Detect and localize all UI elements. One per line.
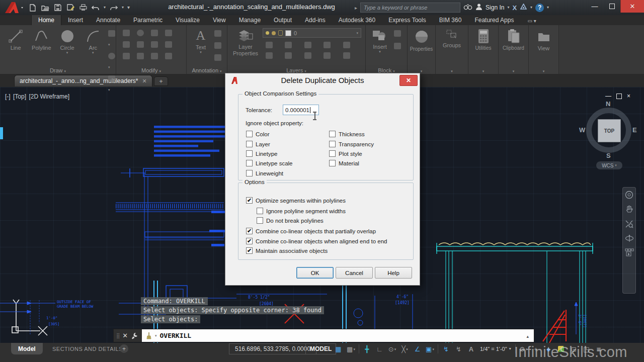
command-line-bar[interactable]: ⣿ ✕ ▾ OVERKILL ▴	[113, 329, 534, 342]
edit-block-tool[interactable]	[394, 30, 401, 37]
new-drawing-tab-button[interactable]: +	[154, 76, 168, 86]
ribbon-display-toggle-icon[interactable]: ▭ ▾	[527, 18, 536, 25]
add-cleanscreen-plus-icon[interactable]: +	[530, 343, 542, 354]
object-snap-tracking-toggle-icon[interactable]: ∠	[411, 343, 424, 354]
define-attributes-tool[interactable]	[394, 43, 401, 49]
checkbox-ignore-polyline-widths[interactable]: Ignore polyline segment widths	[257, 208, 346, 214]
text-tool[interactable]: A Text ▾	[190, 28, 212, 54]
clipboard-icon[interactable]	[507, 29, 520, 44]
ribbon-tab-parametric[interactable]: Parametric	[127, 15, 169, 25]
ribbon-tab-home[interactable]: Home	[31, 15, 61, 25]
dialog-close-button[interactable]: ✕	[399, 75, 418, 86]
ribbon-tab-featuredapps[interactable]: Featured Apps	[468, 15, 520, 25]
open-file-icon[interactable]	[41, 3, 50, 12]
viewcube-east[interactable]: E	[632, 126, 637, 134]
undo-dropdown-icon[interactable]: ▾	[104, 6, 106, 10]
isometric-drafting-toggle-icon[interactable]: ╳▾	[398, 343, 411, 354]
groups-panel-label[interactable]: Groups	[436, 42, 468, 48]
clipboard-panel-expand-icon[interactable]: ▾	[499, 67, 528, 73]
viewcube-north[interactable]: N	[606, 100, 610, 108]
command-bar-grip-icon[interactable]: ⣿	[116, 333, 119, 338]
fillet-tool[interactable]	[151, 41, 158, 48]
autocad-app-logo-icon[interactable]	[2, 1, 24, 15]
window-minimize-button[interactable]: —	[586, 0, 603, 13]
layer-freeze-tool[interactable]	[304, 42, 311, 48]
viewcube-top-face[interactable]: TOP	[598, 119, 621, 142]
ribbon-tab-expresstools[interactable]: Express Tools	[382, 15, 432, 25]
dimension-tool[interactable]	[214, 30, 221, 37]
layer-properties-tool[interactable]: Layer Properties	[232, 29, 259, 56]
checkbox-plot-style[interactable]: Plot style	[329, 150, 362, 157]
groups-panel-expand-icon[interactable]: ▾	[436, 67, 468, 73]
clean-screen-icon[interactable]: ◳	[580, 343, 593, 354]
drawing-tab-close-icon[interactable]: ✕	[142, 78, 146, 84]
insert-block-tool[interactable]: Insert ▾	[369, 29, 391, 54]
checkbox-linetype[interactable]: Linetype	[246, 150, 277, 157]
layout-tab-sections-and-details[interactable]: SECTIONS AND DETAILS	[46, 343, 129, 354]
trusted-autodesk-icon[interactable]	[555, 343, 568, 354]
exchange-apps-icon[interactable]: X	[512, 4, 517, 12]
annotation-autoscale-toggle-icon[interactable]: ↯	[452, 343, 465, 354]
showmotion-icon[interactable]	[625, 248, 634, 256]
command-recent-broom-icon[interactable]	[146, 332, 152, 340]
ribbon-tab-autodesk360[interactable]: Autodesk 360	[332, 15, 382, 25]
customization-gear-icon[interactable]: ⚙▾	[517, 343, 530, 354]
annotation-scale-sync-icon[interactable]: A	[465, 343, 477, 354]
annotation-visibility-toggle-icon[interactable]: ↯	[440, 343, 452, 354]
orbit-icon[interactable]	[625, 234, 634, 242]
layer-unlock-tool[interactable]	[324, 52, 331, 59]
object-snap-toggle-icon[interactable]: ▣▾	[424, 343, 436, 354]
ok-button[interactable]: OK	[296, 267, 334, 279]
polyline-tool[interactable]: Polyline	[31, 29, 52, 51]
leader-tool[interactable]	[214, 42, 221, 49]
viewport-view-menu[interactable]: [Top]	[13, 93, 26, 100]
ribbon-tab-bim360[interactable]: BIM 360	[433, 15, 468, 25]
ribbon-tab-annotate[interactable]: Annotate	[90, 15, 127, 25]
checkbox-lineweight[interactable]: Lineweight	[246, 170, 283, 176]
ribbon-tab-manage[interactable]: Manage	[232, 15, 267, 25]
checkbox-optimize-segments[interactable]: ✔Optimize segments within polylines	[246, 197, 346, 204]
sign-in-dropdown-icon[interactable]: ▾	[507, 6, 509, 10]
rotate-tool[interactable]	[137, 30, 144, 36]
layer-off-tool[interactable]	[266, 42, 273, 48]
line-tool[interactable]: Line	[5, 29, 26, 51]
layer-previous-tool[interactable]	[343, 52, 350, 59]
command-collapse-icon[interactable]: ▴	[526, 334, 529, 339]
dynamic-input-toggle-icon[interactable]: ╋	[361, 343, 373, 354]
explode-tool[interactable]	[165, 41, 172, 48]
checkbox-linetype-scale[interactable]: Linetype scale	[246, 160, 293, 166]
wcs-dropdown[interactable]: WCS ▾	[596, 161, 622, 169]
layer-lock-tool[interactable]	[324, 42, 331, 48]
trim-tool[interactable]	[151, 30, 158, 36]
arc-tool[interactable]: Arc ▾	[83, 29, 104, 55]
viewport-controls-menu[interactable]: [-]	[5, 93, 11, 100]
new-layout-button[interactable]: +	[120, 344, 128, 353]
command-bar-customize-wrench-icon[interactable]	[131, 332, 138, 339]
checkbox-material[interactable]: Material	[329, 160, 359, 166]
clipboard-panel-label[interactable]: Clipboard	[499, 45, 528, 51]
properties-icon[interactable]	[414, 29, 429, 44]
match-properties-tool[interactable]	[165, 30, 172, 36]
checkbox-color[interactable]: Color	[246, 131, 269, 137]
undo-icon[interactable]	[91, 3, 100, 12]
viewcube[interactable]: N W E S TOP	[580, 101, 638, 159]
checkbox-combine-partially-overlap[interactable]: ✔Combine co-linear objects that partiall…	[246, 228, 376, 234]
help-button[interactable]: Help	[375, 267, 412, 279]
ribbon-tab-visualize[interactable]: Visualize	[169, 15, 206, 25]
draw-panel-label[interactable]: Draw ▾	[0, 67, 116, 73]
viewcube-south[interactable]: S	[606, 152, 611, 159]
checkbox-layer[interactable]: Layer	[246, 141, 270, 147]
layer-select-dropdown[interactable]: 0 ▾	[263, 28, 361, 38]
new-file-icon[interactable]	[28, 3, 37, 12]
autodesk360-dropdown-icon[interactable]: ▾	[530, 6, 532, 10]
mirror-tool[interactable]	[137, 41, 144, 48]
help-dropdown-icon[interactable]: ▾	[547, 6, 549, 10]
layer-match-tool[interactable]	[343, 42, 350, 48]
offset-tool[interactable]	[165, 53, 172, 59]
status-bar-menu-icon[interactable]: ≡	[593, 343, 605, 354]
redo-icon[interactable]	[109, 3, 118, 12]
infocenter-expand-icon[interactable]: ▸	[355, 5, 357, 11]
viewport-restore-icon[interactable]	[616, 94, 622, 99]
window-maximize-button[interactable]	[603, 0, 620, 13]
save-icon[interactable]	[53, 3, 62, 12]
